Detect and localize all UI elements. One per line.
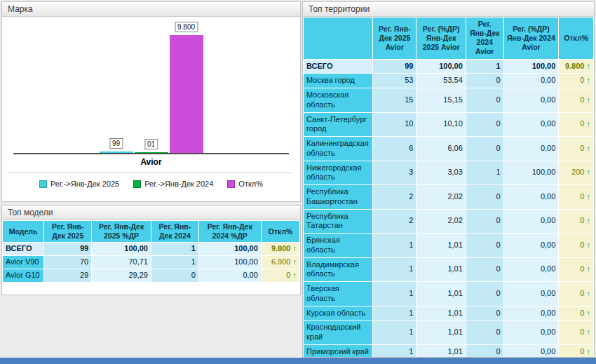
column-header[interactable]: Рег. Янв-Дек 2024 %ДР [198,221,261,243]
up-arrow-icon: ↑ [587,241,591,249]
value-cell: 0 [466,282,503,306]
column-header[interactable]: Модель [3,221,44,243]
row-label[interactable]: Брянская область [304,234,373,258]
table-row: Тверская область11,0100,000 ↑ [304,282,594,306]
column-header[interactable]: Рег. Янв-Дек 2025 [44,221,92,243]
value-cell: 1 [373,321,416,345]
column-header[interactable]: Рег. Янв-Дек 2025 Avior [373,18,416,60]
up-arrow-icon: ↑ [293,244,297,252]
row-label[interactable]: Тверская область [304,282,373,306]
up-arrow-icon: ↑ [587,289,591,297]
column-header[interactable]: Рег. (%ДР) Янв-Дек 2025 Avior [416,18,466,60]
legend-swatch-icon [39,180,47,188]
row-label[interactable]: Владимирская область [304,257,373,282]
value-cell: 100,00 [503,161,559,185]
legend-item-reg-yanv-dek-2025[interactable]: Рег.->Янв-Дек 2025 [39,180,119,188]
table-row: Брянская область11,0100,000 ↑ [304,234,594,258]
row-label[interactable]: Краснодарский край [304,321,373,345]
value-cell: 29,29 [92,269,151,282]
territories-table: Рег. Янв-Дек 2025 AviorРег. (%ДР) Янв-Де… [303,17,594,358]
panel-header-marka: Марка [2,2,300,17]
row-label[interactable]: Московская область [304,88,373,113]
panel-top-territories: Топ территории Рег. Янв-Дек 2025 AviorРе… [302,1,595,358]
delta-cell: 9.800 ↑ [261,243,299,256]
row-label[interactable]: Avior V90 [3,256,44,269]
column-header[interactable]: Рег. (%ДР) Янв-Дек 2024 Avior [503,18,559,60]
chart-bar-otkl-percent[interactable]: 9.800 [170,28,203,153]
horizontal-scrollbar[interactable] [0,358,596,364]
value-cell: 0 [466,185,503,210]
delta-value: 0 [286,271,290,279]
up-arrow-icon: ↑ [587,119,591,128]
row-label[interactable]: Курская область [304,306,373,321]
value-cell: 1 [466,161,503,185]
column-header[interactable]: Откл% [261,221,299,243]
delta-cell: 0 ↑ [559,112,594,137]
value-cell: 0 [466,321,503,345]
column-header[interactable]: Рег. Янв-Дек 2024 [151,221,198,243]
row-label[interactable]: ВСЕГО [304,59,373,74]
delta-value: 0 [580,192,584,201]
row-label[interactable]: Москва город [304,74,373,88]
panel-title-top-models: Топ модели [8,208,53,217]
delta-cell: 200 ↑ [559,161,594,185]
delta-value: 0 [580,264,584,273]
row-label[interactable]: Калининградская область [304,137,373,161]
value-cell: 0,00 [503,209,559,234]
bar-value-label: 9.800 [175,22,198,32]
value-cell: 0,00 [503,321,559,345]
up-arrow-icon: ↑ [587,62,591,70]
table-row: Приморский край11,0100,000 ↑ [304,344,594,358]
value-cell: 1 [373,257,416,282]
delta-cell: 0 ↑ [559,234,594,258]
delta-value: 0 [580,76,584,84]
delta-cell: 0 ↑ [559,88,594,113]
up-arrow-icon: ↑ [587,168,591,176]
legend-divider [9,173,293,173]
value-cell: 0 [466,234,503,258]
row-label[interactable]: Приморский край [304,344,373,358]
legend-item-otkl-percent[interactable]: Откл% [227,180,263,188]
table-row: ВСЕГО99100,001100,009.800 ↑ [304,59,594,74]
dashboard: Марка 99019.800 Avior Рег.->Янв-Дек 2025… [0,0,596,364]
table-row: Нижегородская область33,031100,00200 ↑ [304,161,594,185]
delta-value: 9.800 [565,62,585,70]
row-label[interactable]: ВСЕГО [3,243,44,256]
panel-title-marka: Марка [8,4,33,14]
panel-title-top-territories: Топ территории [309,4,370,14]
chart-bar-reg-yanv-dek-2024[interactable]: 01 [135,28,168,153]
delta-value: 0 [580,309,584,317]
value-cell: 100,00 [92,243,151,256]
value-cell: 10 [373,112,416,137]
legend-item-reg-yanv-dek-2024[interactable]: Рег.->Янв-Дек 2024 [133,180,213,188]
value-cell: 3,03 [416,161,466,185]
up-arrow-icon: ↑ [587,76,591,84]
delta-cell: 0 ↑ [559,209,594,234]
value-cell: 6 [373,137,416,161]
column-header[interactable]: Откл% [559,18,594,60]
value-cell: 0 [466,344,503,358]
row-label[interactable]: Avior G10 [3,269,44,282]
legend-label: Рег.->Янв-Дек 2024 [144,180,213,188]
row-label[interactable]: Республика Татарстан [304,209,373,234]
table-row: Avior G102929,2900,000 ↑ [3,269,300,282]
value-cell: 0,00 [503,185,559,210]
row-label[interactable]: Санкт-Петербург город [304,112,373,137]
chart-bar-reg-yanv-dek-2025[interactable]: 99 [100,28,133,153]
delta-value: 0 [580,241,584,249]
value-cell: 0,00 [503,306,559,321]
legend-swatch-icon [227,180,235,188]
table-row: Краснодарский край11,0100,000 ↑ [304,321,594,345]
legend-swatch-icon [133,180,141,188]
delta-value: 0 [580,144,584,152]
column-header[interactable] [304,18,373,60]
delta-value: 0 [580,119,584,128]
column-header[interactable]: Рег. Янв-Дек 2024 Avior [466,18,503,60]
column-header[interactable]: Рег. Янв-Дек 2025 %ДР [92,221,151,243]
row-label[interactable]: Нижегородская область [304,161,373,185]
delta-value: 0 [580,347,584,356]
delta-value: 0 [580,95,584,104]
panel-marka: Марка 99019.800 Avior Рег.->Янв-Дек 2025… [1,1,301,202]
value-cell: 0,00 [503,112,559,137]
row-label[interactable]: Республика Башкортостан [304,185,373,210]
